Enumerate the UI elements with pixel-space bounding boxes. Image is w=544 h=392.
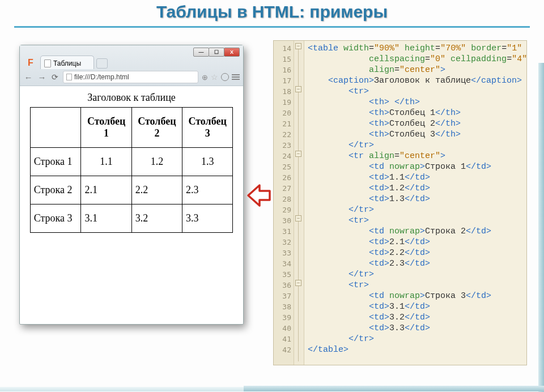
line-number-gutter: 14 15 16 17 18 19 20 21 22 23 24 25 26 2… [274,41,294,365]
table-cell: 1.2 [131,148,182,176]
decorative-frame [538,63,544,392]
table-cell: 1.1 [81,148,131,176]
row-label: Строка 2 [30,176,81,204]
decorative-frame [0,387,244,391]
table-header: Столбец2 [131,108,182,148]
table-header [30,108,81,148]
decorative-frame [244,386,544,391]
minimize-button[interactable]: — [193,48,209,57]
tab-strip: F Таблицы [24,56,108,69]
bookmark-star-icon[interactable]: ☆ [211,73,218,82]
reload-icon[interactable]: ⟳ [50,73,60,82]
file-icon [66,74,72,80]
browser-viewport: Заголовок к таблице Столбец1Столбец2Стол… [20,86,243,238]
table-cell: 1.3 [182,148,233,176]
table-row: Строка 11.11.21.3 [30,148,233,176]
table-cell: 2.1 [81,176,131,204]
close-button[interactable]: X [224,48,240,57]
code-content: <table width="90%" height="70%" border="… [304,41,526,365]
row-label: Строка 1 [30,148,81,176]
table-cell: 2.3 [182,176,233,204]
browser-chrome: — ☐ X F Таблицы ← → ⟳ file:///D:/temp.ht… [20,45,243,86]
fold-marker-icon[interactable]: − [295,280,301,286]
fold-marker-icon[interactable]: − [295,215,301,221]
fold-marker-icon[interactable]: − [295,151,301,157]
url-field[interactable]: file:///D:/temp.html [63,71,198,83]
address-bar: ← → ⟳ file:///D:/temp.html ⊕ ☆ [23,70,240,84]
forward-icon[interactable]: → [37,72,47,82]
table-cell: 3.1 [81,204,131,233]
window-controls: — ☐ X [193,48,240,57]
app-icon: F [24,57,37,69]
table-cell: 3.2 [131,204,182,233]
fold-column: − − − − − [294,41,304,365]
browser-window: — ☐ X F Таблицы ← → ⟳ file:///D:/temp.ht… [19,45,244,325]
menu-icon[interactable] [232,74,240,80]
row-label: Строка 3 [30,204,81,233]
arrow-left-icon [246,183,271,208]
new-tab-button[interactable] [96,58,108,69]
back-icon[interactable]: ← [23,72,33,82]
table-row: Строка 33.13.23.3 [30,204,233,233]
fold-marker-icon[interactable]: − [295,86,301,92]
table-header: Столбец1 [81,108,131,148]
zoom-icon[interactable]: ⊕ [202,73,208,82]
title-underline [14,26,530,28]
table-cell: 3.3 [182,204,233,233]
table-caption: Заголовок к таблице [28,92,235,104]
table-header: Столбец3 [182,108,233,148]
table-cell: 2.2 [131,176,182,204]
url-text: file:///D:/temp.html [74,73,129,81]
tab-title: Таблицы [53,59,81,67]
page-title: Таблицы в HTML: примеры [0,0,544,26]
browser-tab[interactable]: Таблицы [40,56,94,69]
maximize-button[interactable]: ☐ [209,48,224,57]
table-row: Строка 22.12.22.3 [30,176,233,204]
code-editor: 14 15 16 17 18 19 20 21 22 23 24 25 26 2… [273,40,527,365]
fold-marker-icon[interactable]: − [295,43,301,49]
page-icon [44,59,51,67]
demo-table: Столбец1Столбец2Столбец3 Строка 11.11.21… [30,107,233,233]
opera-icon[interactable] [221,73,229,81]
